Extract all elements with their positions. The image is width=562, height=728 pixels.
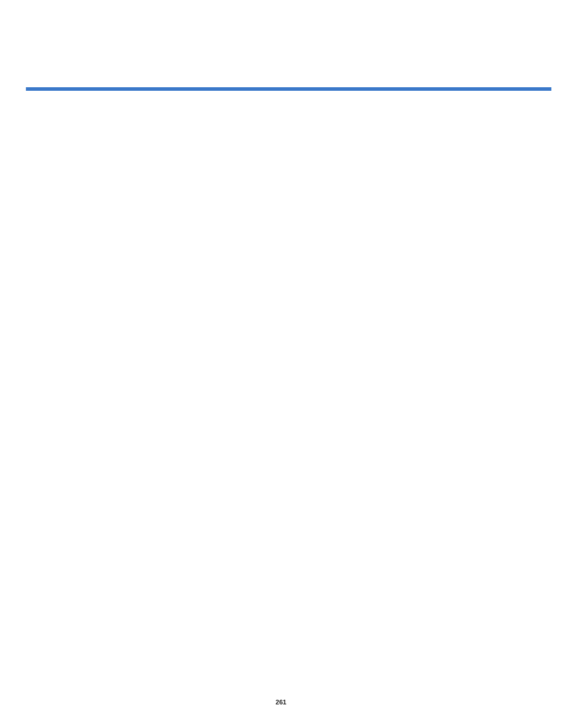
document-page: 261 [0, 0, 562, 728]
header-rule [26, 87, 551, 91]
page-number: 261 [0, 699, 562, 706]
